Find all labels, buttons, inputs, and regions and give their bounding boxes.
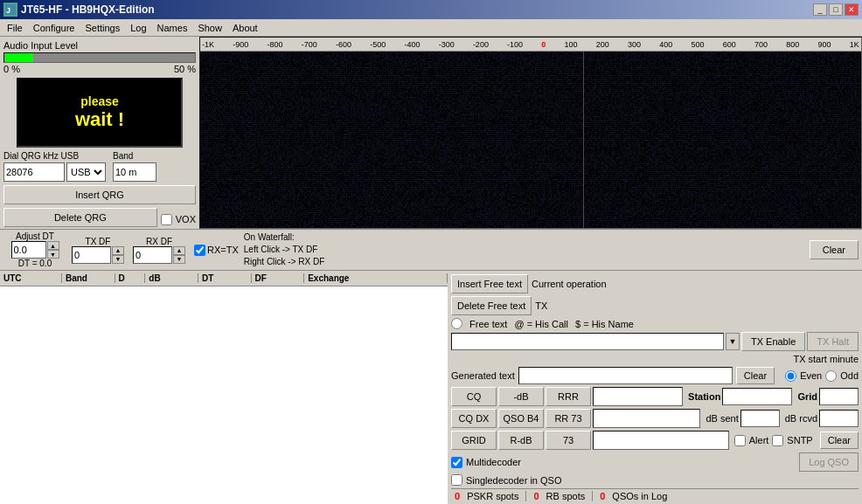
divider-1 <box>525 491 526 501</box>
maximize-button[interactable]: □ <box>829 3 843 16</box>
dial-input[interactable] <box>3 162 65 182</box>
main-bottom: UTC Band D dB DT DF Exchange Insert Free… <box>0 270 862 504</box>
mode-select[interactable]: USB <box>66 162 106 182</box>
insert-free-text-button[interactable]: Insert Free text <box>451 274 528 293</box>
rxdf-up-arrow[interactable]: ▲ <box>173 246 185 255</box>
cq-dx-button[interactable]: CQ DX <box>451 409 497 428</box>
free-text-row: Insert Free text Current operation <box>451 274 859 293</box>
macro-input-2[interactable] <box>593 409 700 428</box>
delete-free-text-button[interactable]: Delete Free text <box>451 296 532 315</box>
clear-main-button[interactable]: Clear <box>810 240 859 259</box>
close-button[interactable]: ✕ <box>845 3 859 16</box>
dt-up-arrow[interactable]: ▲ <box>47 241 59 250</box>
txdf-down-arrow[interactable]: ▼ <box>112 255 124 264</box>
freq-mark: 1K <box>850 40 859 49</box>
audio-pct-left: 0 % <box>3 64 20 74</box>
multidecoder-label: Multidecoder <box>466 457 521 467</box>
multidecoder-checkbox[interactable] <box>451 457 462 468</box>
rr73-button[interactable]: RR 73 <box>546 409 591 428</box>
th-utc: UTC <box>0 273 62 283</box>
seventy-three-button[interactable]: 73 <box>546 431 591 450</box>
sntp-label: SNTP <box>787 435 812 445</box>
menu-about[interactable]: About <box>227 21 263 35</box>
freq-mark: -600 <box>336 40 351 49</box>
free-text-radio[interactable] <box>451 318 462 329</box>
free-text-row2: Delete Free text TX <box>451 296 859 315</box>
dt-down-arrow[interactable]: ▼ <box>47 250 59 259</box>
tx-enable-button[interactable]: TX Enable <box>741 332 805 351</box>
adjust-dt-section: Adjust DT ▲ ▼ DT = 0.0 <box>3 231 66 268</box>
menu-settings[interactable]: Settings <box>80 21 125 35</box>
freq-mark: -900 <box>233 40 248 49</box>
right-panel: Insert Free text Current operation Delet… <box>448 271 862 504</box>
rxtx-checkbox[interactable] <box>194 245 205 256</box>
tx-start-row: TX start minute <box>451 354 859 364</box>
display-screen: please wait ! <box>17 78 183 148</box>
macro-input-1[interactable] <box>593 387 683 406</box>
delete-qrg-button[interactable]: Delete QRG <box>3 208 157 227</box>
callsign-dropdown[interactable]: ▼ <box>726 333 740 350</box>
even-radio[interactable] <box>785 370 796 382</box>
tx-halt-button[interactable]: TX Halt <box>807 332 859 351</box>
band-input[interactable] <box>113 162 156 182</box>
menu-configure[interactable]: Configure <box>28 21 80 35</box>
qso-b4-button[interactable]: QSO B4 <box>498 409 544 428</box>
odd-label: Odd <box>840 370 859 381</box>
minimize-button[interactable]: _ <box>813 3 827 16</box>
freq-mark: 300 <box>628 40 641 49</box>
alert-checkbox[interactable] <box>734 435 746 446</box>
adjust-dt-input[interactable] <box>11 241 46 259</box>
clear-station-button[interactable]: Clear <box>820 432 859 449</box>
gen-text-input[interactable] <box>518 367 733 384</box>
menu-file[interactable]: File <box>2 21 28 35</box>
cq-button[interactable]: CQ <box>451 387 497 406</box>
menu-log[interactable]: Log <box>125 21 151 35</box>
menu-names[interactable]: Names <box>152 21 193 35</box>
log-qso-button[interactable]: Log QSO <box>799 452 859 472</box>
macro-row-2: CQ DX QSO B4 RR 73 dB sent dB rcvd <box>451 409 859 428</box>
waterfall-canvas[interactable] <box>200 52 861 228</box>
controls-right: Clear <box>810 240 859 259</box>
audio-pct-right: 50 % <box>174 64 196 74</box>
freq-mark: 900 <box>818 40 831 49</box>
singledecoder-checkbox[interactable] <box>451 474 462 486</box>
db-sent-label: dB sent <box>706 413 738 424</box>
menu-show[interactable]: Show <box>192 21 227 35</box>
table-body[interactable] <box>0 287 448 504</box>
insert-qrg-button[interactable]: Insert QRG <box>3 185 196 204</box>
callsign-input[interactable] <box>451 333 724 350</box>
controls-row: Adjust DT ▲ ▼ DT = 0.0 TX DF ▲ ▼ <box>0 229 862 270</box>
window-title: JT65-HF - HB9HQX-Edition <box>21 3 813 16</box>
table-section: UTC Band D dB DT DF Exchange <box>0 271 448 504</box>
gen-text-row: Generated text Clear Even Odd <box>451 367 859 384</box>
sntp-checkbox[interactable] <box>772 435 783 446</box>
clear-gen-button[interactable]: Clear <box>736 367 775 384</box>
singledecoder-label: Singledecoder in QSO <box>466 475 561 486</box>
odd-radio[interactable] <box>825 370 837 382</box>
db-sent-input[interactable] <box>740 410 780 427</box>
db-rcvd-input[interactable] <box>819 410 859 427</box>
rrr-button[interactable]: RRR <box>546 387 591 406</box>
decoder-row-2: Singledecoder in QSO <box>451 474 859 486</box>
rxdf-down-arrow[interactable]: ▼ <box>173 255 185 264</box>
grid-input[interactable] <box>819 388 859 405</box>
station-input[interactable] <box>722 388 792 405</box>
freq-mark: -200 <box>473 40 489 49</box>
txdf-up-arrow[interactable]: ▲ <box>112 246 124 255</box>
macro-input-3[interactable] <box>593 431 729 450</box>
macro-row-1: CQ -dB RRR Station Grid <box>451 387 859 406</box>
rxtx-check-row: RX=TX <box>194 237 239 264</box>
db-button[interactable]: -dB <box>498 387 544 406</box>
pskr-count: 0 <box>455 491 460 501</box>
audio-level-fill <box>4 53 33 62</box>
freq-mark: -300 <box>439 40 455 49</box>
rx-df-input[interactable] <box>133 246 172 264</box>
vox-checkbox[interactable] <box>161 214 172 225</box>
grid-button[interactable]: GRID <box>451 431 497 450</box>
callsign-row: ▼ TX Enable TX Halt <box>451 332 859 351</box>
r-db-button[interactable]: R-dB <box>498 431 544 450</box>
display-wait: wait ! <box>75 108 124 131</box>
display-please: please <box>80 94 119 108</box>
rx-df-col: RX DF ▲ ▼ <box>133 237 185 264</box>
tx-df-input[interactable] <box>72 246 111 264</box>
